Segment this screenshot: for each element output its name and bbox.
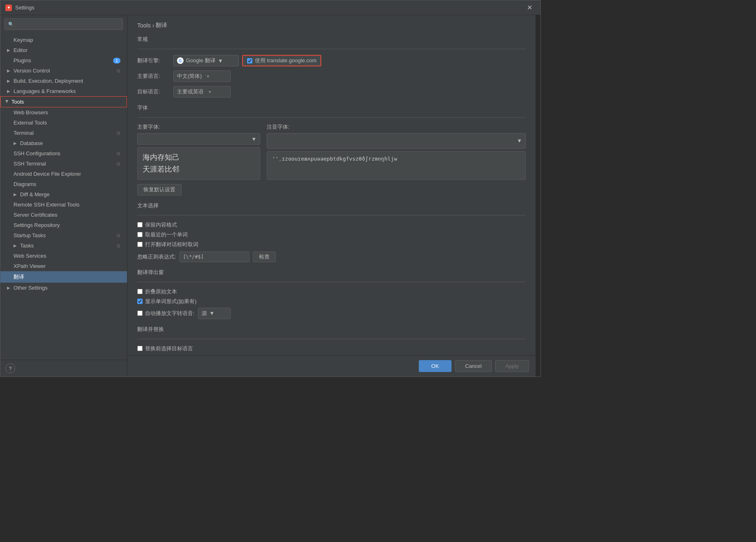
search-input[interactable] xyxy=(16,21,119,27)
breadcrumb: Tools › 翻译 xyxy=(137,22,526,29)
app-icon: ✦ xyxy=(5,5,12,11)
sidebar-item-external-tools[interactable]: External Tools xyxy=(0,118,127,128)
engine-label: 翻译引擎: xyxy=(137,57,170,64)
ssh-configs-copy-icon: ⧉ xyxy=(117,151,120,156)
open-dialog-checkbox[interactable] xyxy=(137,242,143,247)
sidebar-item-tools[interactable]: ▶ Tools xyxy=(0,96,127,107)
sidebar-item-diff-merge[interactable]: ▶ Diff & Merge xyxy=(0,189,127,200)
keep-format-checkbox[interactable] xyxy=(137,222,143,227)
target-lang-arrow: ▼ xyxy=(208,90,212,94)
sidebar-item-database[interactable]: ▶ Database xyxy=(0,138,127,148)
sidebar-item-other-settings[interactable]: ▶ Other Settings xyxy=(0,283,127,293)
sidebar-item-remote-ssh[interactable]: Remote SSH External Tools xyxy=(0,200,127,210)
ssh-terminal-label: SSH Terminal xyxy=(14,161,46,167)
tools-arrow: ▶ xyxy=(5,100,9,104)
remote-ssh-label: Remote SSH External Tools xyxy=(14,202,79,208)
sidebar-item-languages[interactable]: ▶ Languages & Frameworks xyxy=(0,86,127,96)
target-lang-dropdown[interactable]: 主要或英语 ▼ xyxy=(173,86,231,98)
sidebar-item-terminal[interactable]: Terminal ⧉ xyxy=(0,128,127,138)
breadcrumb-sep: › xyxy=(152,22,154,29)
popup-section-title: 翻译弹出窗 xyxy=(137,269,526,276)
main-scroll: Tools › 翻译 常规 翻译引擎: G Google 翻译 ▼ xyxy=(127,15,536,355)
engine-value: Google 翻译 xyxy=(186,57,216,64)
close-button[interactable]: ✕ xyxy=(524,2,536,13)
ssh-configs-label: SSH Configurations xyxy=(14,150,60,156)
settings-repo-label: Settings Repository xyxy=(14,222,60,228)
sidebar-item-server-certs[interactable]: Server Certificates xyxy=(0,210,127,220)
engine-row: 翻译引擎: G Google 翻译 ▼ 使用 translate.google.… xyxy=(137,55,526,66)
sidebar-item-startup-tasks[interactable]: Startup Tasks ⧉ xyxy=(0,230,127,240)
xpath-label: XPath Viewer xyxy=(14,263,46,269)
recent-word-checkbox[interactable] xyxy=(137,232,143,237)
select-target-checkbox[interactable] xyxy=(137,346,143,351)
apply-button[interactable]: Apply xyxy=(495,360,529,372)
sidebar-item-diagrams[interactable]: Diagrams xyxy=(0,179,127,189)
google-icon: G xyxy=(177,57,184,64)
ssh-terminal-copy-icon: ⧉ xyxy=(117,161,120,167)
phonetic-font-arrow: ▼ xyxy=(517,138,522,144)
phonetic-font-dropdown[interactable]: ▼ xyxy=(267,133,526,149)
startup-tasks-label: Startup Tasks xyxy=(14,232,46,238)
fanyi-label: 翻译 xyxy=(14,273,24,281)
auto-play-dropdown[interactable]: 源 ▼ xyxy=(198,308,231,319)
replace-section-title: 翻译并替换 xyxy=(137,326,526,333)
font-divider xyxy=(137,117,526,118)
phonetic-font-label: 注音字体: xyxy=(267,123,526,131)
fold-original-row: 折叠原始文本 xyxy=(137,288,526,295)
show-word-form-checkbox[interactable] xyxy=(137,299,143,304)
use-google-checkbox-row[interactable]: 使用 translate.google.com xyxy=(242,55,321,66)
sidebar-item-tasks[interactable]: ▶ Tasks ⧉ xyxy=(0,240,127,251)
sidebar-item-web-browsers[interactable]: Web Browsers xyxy=(0,107,127,118)
target-lang-label: 目标语言: xyxy=(137,88,170,95)
search-box[interactable]: 🔍 xyxy=(5,18,123,30)
sidebar-item-web-services[interactable]: Web Services xyxy=(0,251,127,261)
use-google-label: 使用 translate.google.com xyxy=(255,57,316,64)
primary-font-preview: 海内存知己天涯若比邻 xyxy=(137,147,260,180)
sidebar-item-ssh-configs[interactable]: SSH Configurations ⧉ xyxy=(0,148,127,159)
sidebar-item-version-control[interactable]: ▶ Version Control ⧉ xyxy=(0,66,127,76)
sidebar-item-build[interactable]: ▶ Build, Execution, Deployment xyxy=(0,76,127,86)
fold-original-checkbox[interactable] xyxy=(137,289,143,294)
other-arrow: ▶ xyxy=(7,286,11,290)
show-word-form-label: 显示单词形式(如果有) xyxy=(145,298,197,305)
general-divider xyxy=(137,49,526,49)
auto-play-checkbox[interactable] xyxy=(137,311,143,316)
sidebar-item-android[interactable]: Android Device File Explorer xyxy=(0,169,127,179)
build-arrow: ▶ xyxy=(7,79,11,83)
restore-defaults-button[interactable]: 恢复默认设置 xyxy=(137,184,182,195)
use-google-checkbox[interactable] xyxy=(247,58,252,63)
regex-input[interactable] xyxy=(179,252,250,262)
main-content: Tools › 翻译 常规 翻译引擎: G Google 翻译 ▼ xyxy=(127,15,536,376)
cancel-button[interactable]: Cancel xyxy=(455,360,492,372)
lang-label: Languages & Frameworks xyxy=(14,88,76,94)
sidebar-item-settings-repo[interactable]: Settings Repository xyxy=(0,220,127,230)
title-bar: ✦ Settings ✕ xyxy=(0,0,540,15)
sidebar-item-editor[interactable]: ▶ Editor xyxy=(0,45,127,55)
check-button[interactable]: 检查 xyxy=(253,252,276,262)
select-target-row: 替换前选择目标语言 xyxy=(137,345,526,352)
web-browsers-label: Web Browsers xyxy=(14,109,48,116)
ok-button[interactable]: OK xyxy=(419,360,452,372)
sidebar-item-keymap[interactable]: Keymap xyxy=(0,35,127,45)
primary-lang-row: 主要语言: 中文(简体) ▼ xyxy=(137,70,526,82)
help-button[interactable]: ? xyxy=(5,363,15,373)
tasks-copy-icon: ⧉ xyxy=(117,243,120,249)
tasks-label: Tasks xyxy=(20,243,34,249)
popup-divider xyxy=(137,282,526,282)
select-target-label: 替换前选择目标语言 xyxy=(145,345,193,352)
sidebar-item-plugins[interactable]: Plugins 1 xyxy=(0,55,127,66)
general-section-title: 常规 xyxy=(137,36,526,43)
content-area: 🔍 Keymap ▶ Editor Plugins 1 xyxy=(0,15,540,376)
sidebar-item-ssh-terminal[interactable]: SSH Terminal ⧉ xyxy=(0,159,127,169)
plugins-badge: 1 xyxy=(113,58,120,63)
sidebar-item-xpath[interactable]: XPath Viewer xyxy=(0,261,127,271)
sidebar-item-fanyi[interactable]: 翻译 xyxy=(0,271,127,283)
engine-dropdown[interactable]: G Google 翻译 ▼ xyxy=(173,55,239,66)
external-tools-label: External Tools xyxy=(14,120,47,126)
primary-lang-dropdown[interactable]: 中文(简体) ▼ xyxy=(173,70,231,82)
startup-copy-icon: ⧉ xyxy=(117,233,120,238)
open-dialog-row: 打开翻译对话框时取词 xyxy=(137,241,526,248)
primary-font-dropdown[interactable]: ▼ xyxy=(137,133,260,145)
editor-arrow: ▶ xyxy=(7,48,11,52)
auto-play-row: 自动播放文字转语音: 源 ▼ xyxy=(137,308,526,319)
